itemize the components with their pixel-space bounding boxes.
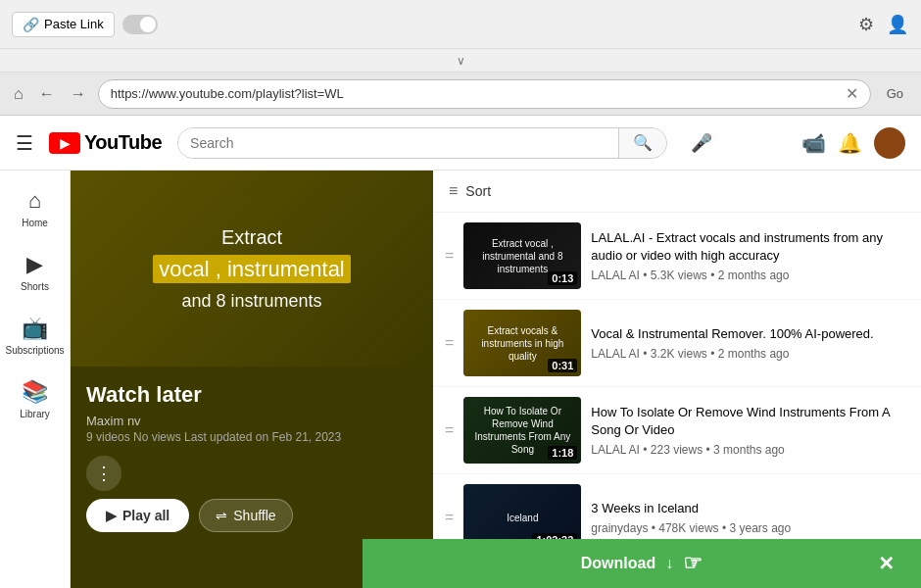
drag-handle-icon: =: [445, 334, 454, 352]
video-duration: 0:31: [548, 359, 577, 372]
video-thumbnail: Extract vocal , instrumental and 8 instr…: [463, 222, 581, 289]
playlist-more-button[interactable]: ⋮: [86, 456, 121, 491]
shuffle-button[interactable]: ⇌ Shuffle: [199, 499, 292, 532]
create-icon[interactable]: 📹: [801, 131, 826, 155]
home-nav-icon[interactable]: ⌂: [10, 81, 27, 107]
video-info: Vocal & Instrumental Remover. 100% AI-po…: [591, 325, 909, 361]
playlist-panel: Extract vocal , instrumental and 8 instr…: [71, 171, 433, 588]
search-bar[interactable]: 🔍: [177, 127, 667, 159]
sidebar-label-subscriptions: Subscriptions: [5, 345, 64, 356]
sidebar-label-shorts: Shorts: [21, 281, 49, 292]
address-bar[interactable]: https://www.youtube.com/playlist?list=WL…: [98, 79, 871, 109]
sidebar-item-home[interactable]: ⌂ Home: [4, 178, 67, 238]
video-item[interactable]: = Extract vocal , instrumental and 8 ins…: [433, 213, 921, 300]
search-input[interactable]: [178, 128, 618, 158]
avatar[interactable]: [874, 127, 905, 159]
content-area: Extract vocal , instrumental and 8 instr…: [71, 171, 921, 588]
cursor-icon: ☞: [683, 551, 703, 576]
download-icon: ↓: [665, 555, 673, 572]
video-meta: LALAL AI • 5.3K views • 2 months ago: [591, 269, 909, 282]
sort-label: Sort: [465, 183, 491, 199]
video-title: LALAL.AI - Extract vocals and instrument…: [591, 229, 909, 265]
sidebar-label-home: Home: [22, 218, 48, 228]
collapse-bar[interactable]: ∨: [0, 49, 921, 73]
youtube-logo-icon: ▶: [49, 132, 80, 154]
subscriptions-icon: 📺: [22, 316, 48, 341]
youtube-header: ☰ ▶ YouTube 🔍 🎤 📹 🔔: [0, 116, 921, 171]
clear-url-icon[interactable]: ✕: [846, 84, 858, 103]
playlist-title: Watch later: [86, 382, 417, 408]
shorts-icon: ▶: [26, 252, 43, 277]
video-title: Vocal & Instrumental Remover. 100% AI-po…: [591, 325, 909, 343]
gear-icon[interactable]: ⚙: [854, 13, 878, 36]
sort-bar: ≡ Sort: [433, 171, 921, 213]
video-meta: LALAL AI • 3.2K views • 2 months ago: [591, 347, 909, 361]
hamburger-menu-icon[interactable]: ☰: [16, 131, 33, 155]
library-icon: 📚: [22, 379, 48, 405]
playlist-info: Watch later Maxim nv 9 videos No views L…: [71, 367, 433, 548]
drag-handle-icon: =: [445, 421, 454, 439]
back-icon[interactable]: ←: [35, 81, 59, 107]
video-item[interactable]: = Extract vocals & instruments in high q…: [433, 300, 921, 387]
play-all-label: Play all: [122, 508, 170, 523]
browser-bar: ⌂ ← → https://www.youtube.com/playlist?l…: [0, 73, 921, 116]
sidebar-item-library[interactable]: 📚 Library: [4, 369, 67, 429]
video-items-container: = Extract vocal , instrumental and 8 ins…: [433, 213, 921, 588]
go-button[interactable]: Go: [879, 82, 911, 105]
video-info: How To Isolate Or Remove Wind Instrument…: [591, 404, 909, 457]
playlist-author: Maxim nv: [86, 414, 417, 428]
shuffle-label: Shuffle: [233, 508, 275, 523]
app-bar: 🔗 Paste Link ⚙ 👤: [0, 0, 921, 49]
thumb-line1: Extract: [153, 223, 351, 251]
video-title: How To Isolate Or Remove Wind Instrument…: [591, 404, 909, 439]
video-thumbnail: How To Isolate Or Remove Wind Instrument…: [463, 397, 581, 464]
user-icon[interactable]: 👤: [886, 13, 909, 36]
main-layout: ⌂ Home ▶ Shorts 📺 Subscriptions 📚 Librar…: [0, 171, 921, 588]
forward-icon[interactable]: →: [67, 81, 90, 107]
paste-link-label: Paste Link: [44, 17, 104, 31]
thumb-line2: vocal , instrumental: [153, 255, 351, 285]
play-icon: ▶: [106, 508, 117, 523]
sidebar-item-subscriptions[interactable]: 📺 Subscriptions: [4, 306, 67, 366]
thumb-line3: and 8 instruments: [153, 289, 351, 314]
youtube-logo-text: YouTube: [84, 131, 162, 154]
sidebar-label-library: Library: [20, 409, 50, 419]
video-item[interactable]: = How To Isolate Or Remove Wind Instrume…: [433, 387, 921, 474]
url-text: https://www.youtube.com/playlist?list=WL: [111, 86, 838, 101]
chevron-down-icon: ∨: [457, 54, 465, 68]
video-info: 3 Weeks in Iceland grainydays • 478K vie…: [591, 500, 909, 535]
sidebar: ⌂ Home ▶ Shorts 📺 Subscriptions 📚 Librar…: [0, 171, 71, 588]
search-button[interactable]: 🔍: [618, 128, 666, 158]
play-all-button[interactable]: ▶ Play all: [86, 499, 189, 532]
header-actions: 📹 🔔: [801, 127, 905, 159]
video-title: 3 Weeks in Iceland: [591, 500, 909, 517]
close-download-button[interactable]: ✕: [866, 544, 905, 583]
notifications-icon[interactable]: 🔔: [838, 131, 862, 155]
drag-handle-icon: =: [445, 247, 454, 265]
video-info: LALAL.AI - Extract vocals and instrument…: [591, 229, 909, 282]
thumb-highlight: vocal , instrumental: [153, 255, 351, 283]
video-duration: 1:18: [548, 446, 577, 460]
paste-link-icon: 🔗: [23, 17, 39, 32]
video-thumbnail: Extract vocals & instruments in high qua…: [463, 310, 581, 376]
home-icon: ⌂: [28, 188, 41, 214]
video-duration: 0:13: [548, 271, 577, 285]
playlist-meta: 9 videos No views Last updated on Feb 21…: [86, 430, 417, 444]
download-bar[interactable]: Download ↓ ☞ ✕: [363, 539, 921, 588]
paste-link-button[interactable]: 🔗 Paste Link: [12, 12, 115, 37]
sidebar-item-shorts[interactable]: ▶ Shorts: [4, 242, 67, 302]
video-list: ≡ Sort = Extract vocal , instrumental an…: [433, 171, 921, 588]
toggle-button[interactable]: [122, 15, 158, 34]
shuffle-icon: ⇌: [216, 508, 227, 523]
playlist-thumbnail: Extract vocal , instrumental and 8 instr…: [71, 171, 433, 367]
youtube-logo[interactable]: ▶ YouTube: [49, 131, 162, 154]
drag-handle-icon: =: [445, 509, 454, 526]
playlist-thumb-content: Extract vocal , instrumental and 8 instr…: [153, 223, 351, 314]
video-meta: LALAL AI • 223 views • 3 months ago: [591, 443, 909, 457]
video-meta: grainydays • 478K views • 3 years ago: [591, 521, 909, 535]
mic-icon[interactable]: 🎤: [683, 128, 720, 158]
download-label: Download: [581, 555, 655, 572]
sort-icon: ≡: [449, 182, 458, 200]
playlist-actions: ▶ Play all ⇌ Shuffle: [86, 499, 417, 532]
